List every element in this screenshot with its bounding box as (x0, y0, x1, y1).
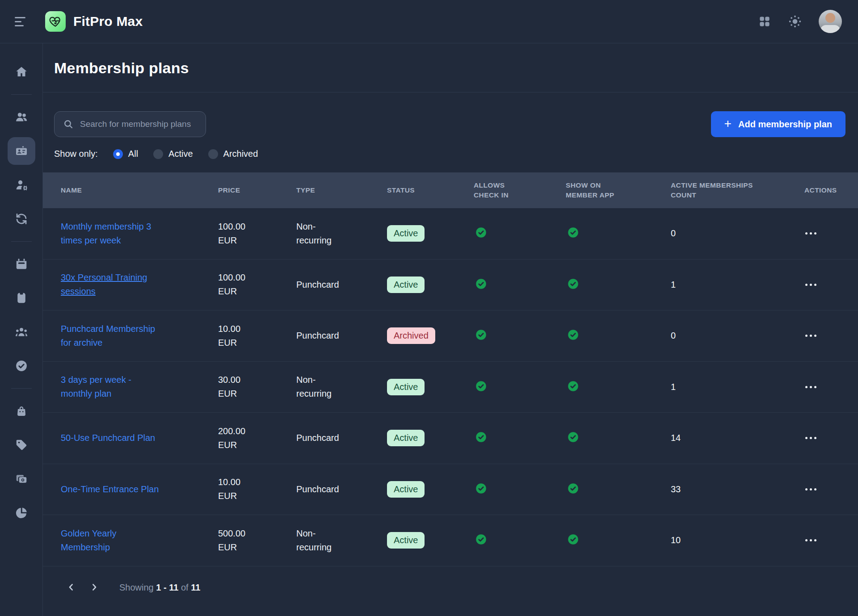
active-memberships-count: 0 (671, 228, 804, 239)
menu-icon[interactable] (15, 17, 26, 26)
pagination-status: Showing 1 - 11 of 11 (119, 582, 200, 593)
light-theme-sun-icon[interactable] (788, 15, 802, 28)
plan-name-link[interactable]: One-Time Entrance Plan (61, 484, 159, 494)
app-logo-heart-pulse-icon (45, 11, 66, 32)
column-header: ALLOWS CHECK IN (474, 180, 518, 200)
table-row: Punchcard Membership for archive 10.00 E… (43, 310, 858, 362)
green-check-circle-icon (475, 482, 487, 494)
plan-name-link[interactable]: Punchcard Membership for archive (61, 324, 155, 348)
top-bar: FitPro Max (0, 0, 858, 43)
green-check-circle-icon (475, 431, 487, 443)
plan-price: 100.00 EUR (218, 220, 251, 247)
green-check-circle-icon (475, 380, 487, 392)
green-check-circle-icon (475, 329, 487, 341)
plan-type: Punchcard (296, 431, 342, 445)
sidebar-item-user-settings[interactable] (8, 171, 35, 199)
sidebar-item-sync[interactable] (8, 205, 35, 233)
chevron-right-icon[interactable] (85, 580, 103, 596)
calendar-icon (15, 257, 28, 271)
row-actions-button[interactable] (804, 536, 817, 544)
sidebar-item-membership-plans[interactable] (8, 137, 35, 165)
status-badge: Active (387, 532, 425, 549)
sidebar-item-calendar[interactable] (8, 250, 35, 278)
sidebar-divider (11, 94, 32, 95)
plan-price: 10.00 EUR (218, 322, 251, 350)
search-icon (63, 119, 74, 130)
table-row: 30x Personal Training sessions 100.00 EU… (43, 260, 858, 311)
filter-radio-active[interactable]: Active (153, 149, 193, 159)
filter-radio-all[interactable]: All (113, 149, 138, 159)
active-memberships-count: 1 (671, 280, 804, 290)
table-row: One-Time Entrance Plan 10.00 EUR Punchca… (43, 464, 858, 515)
table-row: 50-Use Punchcard Plan 200.00 EUR Punchca… (43, 413, 858, 464)
chevron-left-icon[interactable] (62, 580, 80, 596)
table-header-row: NAMEPRICETYPESTATUSALLOWS CHECK INSHOW O… (43, 172, 858, 208)
clipboard-icon (15, 291, 28, 305)
radio-icon[interactable] (153, 149, 163, 159)
tag-icon (15, 438, 28, 452)
allows-check-in-cell (474, 278, 566, 292)
apps-grid-icon[interactable] (758, 15, 771, 28)
allows-check-in-cell (474, 533, 566, 547)
table-body: Monthly membership 3 times per week 100.… (43, 208, 858, 566)
green-check-circle-icon (475, 533, 487, 545)
sidebar-item-check[interactable] (8, 352, 35, 380)
radio-label: All (128, 149, 138, 159)
sidebar-divider (11, 388, 32, 389)
sidebar-item-members[interactable] (8, 103, 35, 131)
pie-chart-icon (15, 506, 28, 520)
pagination-total: 11 (191, 582, 200, 592)
allows-check-in-cell (474, 226, 566, 240)
green-check-circle-icon (567, 482, 579, 494)
check-circle-icon (15, 359, 28, 373)
plan-name-link[interactable]: Monthly membership 3 times per week (61, 222, 151, 245)
sidebar-item-home[interactable] (8, 58, 35, 86)
plan-name-link[interactable]: 50-Use Punchcard Plan (61, 433, 155, 443)
plan-type: Punchcard (296, 329, 342, 343)
status-badge: Archived (387, 327, 435, 344)
sidebar-item-shop[interactable] (8, 397, 35, 425)
sidebar-item-groups[interactable] (8, 318, 35, 346)
status-badge: Active (387, 277, 425, 293)
plan-price: 30.00 EUR (218, 373, 251, 401)
row-actions-button[interactable] (804, 332, 817, 339)
allows-check-in-cell (474, 380, 566, 394)
green-check-circle-icon (567, 431, 579, 443)
column-header: PRICE (218, 185, 296, 195)
row-actions-button[interactable] (804, 383, 817, 391)
row-actions-button[interactable] (804, 230, 817, 237)
sidebar-item-clipboard[interactable] (8, 284, 35, 312)
green-check-circle-icon (475, 278, 487, 290)
sidebar-item-reports[interactable] (8, 499, 35, 527)
plan-price: 200.00 EUR (218, 424, 251, 452)
row-actions-button[interactable] (804, 434, 817, 442)
plan-type: Non-recurring (296, 373, 342, 401)
plus-icon: + (724, 117, 732, 130)
sidebar-item-photos[interactable] (8, 465, 35, 493)
filter-radio-archived[interactable]: Archived (208, 149, 258, 159)
column-header: STATUS (387, 185, 474, 195)
app-name: FitPro Max (73, 14, 143, 29)
group-icon (15, 325, 28, 339)
column-header: ACTIONS (804, 185, 858, 195)
search-input[interactable] (54, 111, 206, 137)
pagination: Showing 1 - 11 of 11 (43, 566, 858, 596)
add-membership-plan-button[interactable]: + Add membership plan (711, 111, 845, 137)
plan-name-link[interactable]: 30x Personal Training sessions (61, 272, 147, 296)
green-check-circle-icon (475, 226, 487, 239)
row-actions-button[interactable] (804, 486, 817, 493)
plan-name-link[interactable]: 3 days per week - monthly plan (61, 375, 131, 398)
plan-name-link[interactable]: Golden Yearly Membership (61, 528, 117, 552)
row-actions-button[interactable] (804, 281, 817, 289)
page-title: Membership plans (54, 59, 858, 77)
status-badge: Active (387, 379, 425, 395)
radio-icon[interactable] (113, 149, 123, 159)
show-on-member-app-cell (566, 533, 671, 547)
radio-icon[interactable] (208, 149, 218, 159)
status-badge: Active (387, 430, 425, 446)
members-icon (15, 110, 28, 124)
user-avatar[interactable] (819, 10, 842, 33)
photos-icon (15, 472, 28, 486)
sidebar-item-tags[interactable] (8, 431, 35, 459)
plan-type: Punchcard (296, 482, 342, 496)
